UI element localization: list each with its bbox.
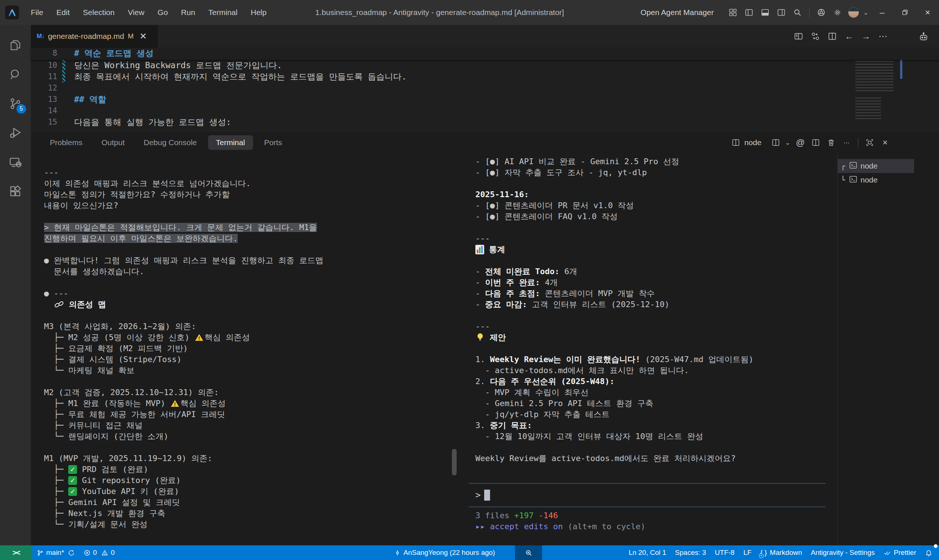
kill-terminal-icon[interactable] (823, 135, 839, 150)
panel-tab-terminal[interactable]: Terminal (208, 135, 253, 150)
menu-run[interactable]: Run (174, 5, 202, 20)
terminal-pane-right[interactable]: - [●] AI API 비교 완료 - Gemini 2.5 Pro 선정- … (463, 154, 837, 545)
prompt-rule-bottom (469, 506, 825, 507)
terminal-line (475, 343, 837, 354)
account-avatar[interactable] (845, 5, 862, 20)
cursor-position-item[interactable]: Ln 20, Col 1 (624, 545, 671, 560)
double-check-icon (883, 549, 891, 556)
git-branch-item[interactable]: main* (32, 545, 79, 560)
remote-explorer-icon[interactable] (3, 150, 28, 174)
open-agent-manager-button[interactable]: Open Agent Manager (635, 6, 719, 19)
navigate-back-icon[interactable]: ← (841, 28, 857, 45)
navigate-forward-icon[interactable]: → (857, 28, 874, 45)
git-modified-gutter-icon (62, 60, 65, 71)
launch-profile-chevron-icon[interactable]: ⌄ (785, 138, 791, 146)
close-panel-icon[interactable]: × (877, 135, 893, 150)
minimap[interactable] (856, 49, 899, 126)
split-editor-icon[interactable] (824, 28, 841, 45)
terminal-area: ---이제 의존성 매핑과 리스크 분석으로 넘어가겠습니다.마일스톤 정의가 … (31, 154, 939, 545)
app-logo-icon (5, 6, 19, 19)
search-sidebar-icon[interactable] (3, 62, 28, 86)
terminal-line: ├─ ✓ YouTube API 키 (완료) (44, 486, 463, 497)
remote-indicator[interactable]: >< (0, 545, 32, 560)
editor-line[interactable]: 11최종 목표에서 시작하여 현재까지 역순으로 작업하는 로드맵을 만들도록 … (31, 71, 939, 83)
terminal-line: Weekly Review를 active-todos.md에서도 완료 처리하… (475, 453, 837, 464)
eol-item[interactable]: LF (739, 545, 756, 560)
panel-more-actions-icon[interactable]: ⋯ (839, 135, 854, 150)
zoom-status-item[interactable] (515, 545, 542, 560)
open-preview-icon[interactable] (790, 28, 807, 45)
panel-tab-output[interactable]: Output (94, 135, 133, 150)
panel-tab-ports[interactable]: Ports (256, 135, 290, 150)
editor-tab-bar: M↓ generate-roadmap.md M ✕ ← → ⋯ (31, 25, 939, 48)
notifications-bell-icon[interactable] (920, 545, 937, 560)
sticky-scroll-line[interactable]: 8 # 역순 로드맵 생성 (31, 48, 939, 60)
close-button[interactable]: × (916, 0, 939, 25)
editor-line[interactable]: 15다음을 통해 실행 가능한 로드맵 생성: (31, 117, 939, 128)
toggle-primary-sidebar-icon[interactable] (741, 5, 757, 20)
menu-help[interactable]: Help (244, 5, 273, 20)
toggle-secondary-sidebar-icon[interactable] (773, 5, 789, 20)
agent-prompt-box[interactable]: > (469, 483, 825, 507)
explorer-icon[interactable] (3, 33, 28, 57)
terminal-line: 진행하며 필요시 이후 마일스톤은 보완하겠습니다. (44, 233, 463, 244)
maximize-panel-icon[interactable] (862, 135, 877, 150)
menu-view[interactable]: View (121, 5, 151, 20)
panel-tab-debug-console[interactable]: Debug Console (136, 135, 205, 150)
terminal-line: 의존성 맵 (44, 299, 463, 310)
run-debug-icon[interactable] (3, 121, 28, 145)
run-command-at-icon[interactable]: @ (793, 135, 808, 150)
menu-selection[interactable]: Selection (76, 5, 121, 20)
terminal-line: - [●] 자막 추출 도구 조사 - jq, yt-dlp (475, 167, 837, 178)
encoding-item[interactable]: UTF-8 (711, 545, 739, 560)
terminal-line: 제안 (475, 332, 837, 343)
commit-info-item[interactable]: AnSangYeong (22 hours ago) (390, 545, 500, 560)
language-mode-item[interactable]: { }× Markdown (756, 545, 806, 560)
settings-item[interactable]: Antigravity - Settings (806, 545, 879, 560)
tab-close-icon[interactable]: ✕ (139, 32, 147, 41)
more-actions-icon[interactable]: ⋯ (874, 28, 891, 45)
agent-bot-icon[interactable] (915, 28, 933, 45)
extensions-icon[interactable] (3, 180, 28, 204)
search-icon[interactable] (789, 5, 805, 20)
terminal-pane-left[interactable]: ---이제 의존성 매핑과 리스크 분석으로 넘어가겠습니다.마일스톤 정의가 … (31, 154, 463, 545)
terminal-line: ├─ 요금제 확정 (M2 피드백 기반) (44, 343, 463, 354)
terminal-tab-node[interactable]: ┌node (838, 159, 914, 173)
open-changes-icon[interactable] (807, 28, 824, 45)
terminal-scrollbar-thumb[interactable] (452, 449, 456, 475)
editor-line[interactable]: 12 (31, 83, 939, 94)
menu-terminal[interactable]: Terminal (202, 5, 244, 20)
formatter-item[interactable]: Prettier (879, 545, 920, 560)
settings-gear-icon[interactable] (830, 5, 845, 20)
braces-icon: { }× (760, 549, 767, 557)
line-number: 14 (31, 105, 57, 117)
menu-file[interactable]: File (24, 5, 50, 20)
restore-button[interactable] (894, 0, 916, 25)
terminal-tab-node[interactable]: └node (838, 173, 914, 187)
editor-line[interactable]: 13## 역할 (31, 94, 939, 105)
minimize-button[interactable]: – (871, 0, 894, 25)
terminal-line: 문서를 생성하겠습니다. (44, 266, 463, 277)
split-terminal-icon[interactable] (808, 135, 823, 150)
terminal-split-indicator-icon (728, 135, 743, 150)
terminal-line: > 현재 마일슨톤은 적절해보입니다. 크게 문제 없는거 같습니다. M1을 (44, 222, 463, 233)
source-control-icon[interactable]: 5 (3, 92, 28, 116)
accept-edits-status[interactable]: ▸▸ accept edits on (alt+m to cycle) (475, 521, 646, 532)
menu-edit[interactable]: Edit (50, 5, 76, 20)
panel-tab-problems[interactable]: Problems (42, 135, 91, 150)
launch-profile-icon[interactable] (768, 135, 783, 150)
editor-pane[interactable]: 8 # 역순 로드맵 생성 10당신은 Working Backwards 로드… (31, 48, 939, 131)
browser-icon[interactable] (813, 5, 830, 20)
customize-layout-icon[interactable] (725, 5, 741, 20)
tab-generate-roadmap[interactable]: M↓ generate-roadmap.md M ✕ (31, 25, 159, 48)
menu-go[interactable]: Go (151, 5, 174, 20)
editor-line[interactable]: 10당신은 Working Backwards 로드맵 전문가입니다. (31, 60, 939, 71)
terminal-line: ├─ 커뮤니티 접근 채널 (44, 420, 463, 431)
chevron-down-icon[interactable]: ⌄ (863, 8, 868, 17)
terminal-line: 통계 (475, 244, 837, 255)
indentation-item[interactable]: Spaces: 3 (671, 545, 711, 560)
editor-line[interactable]: 14 (31, 105, 939, 117)
problems-item[interactable]: 0 0 (79, 545, 119, 560)
split-tree-glyph: └ (841, 175, 847, 185)
toggle-panel-icon[interactable] (757, 5, 773, 20)
